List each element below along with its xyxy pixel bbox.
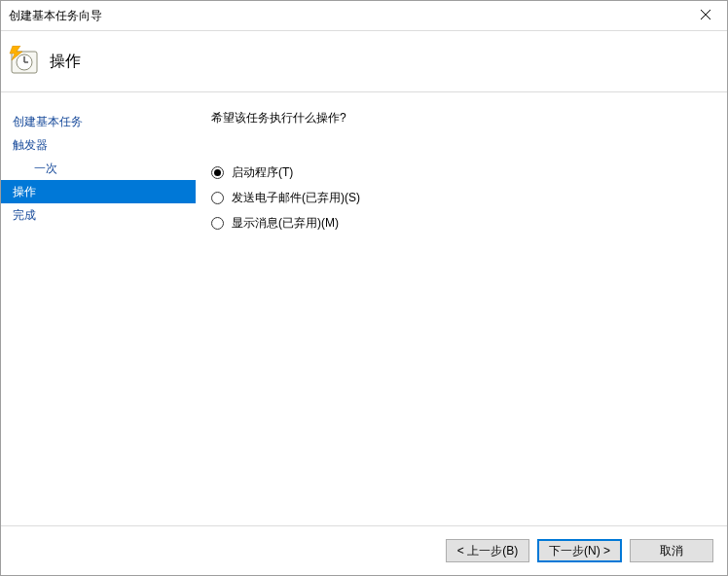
wizard-window: 创建基本任务向导 操作 创建基本任务 触发器 一次 操作 完成	[0, 0, 728, 576]
radio-label: 发送电子邮件(已弃用)(S)	[232, 190, 360, 206]
radio-icon	[211, 192, 224, 204]
sidebar-item-create-basic-task[interactable]: 创建基本任务	[1, 110, 196, 133]
radio-start-program[interactable]: 启动程序(T)	[211, 160, 711, 185]
wizard-body: 创建基本任务 触发器 一次 操作 完成 希望该任务执行什么操作? 启动程序(T)…	[1, 92, 727, 525]
sidebar-item-trigger[interactable]: 触发器	[1, 133, 196, 157]
sidebar-item-one-time[interactable]: 一次	[1, 157, 196, 180]
radio-icon	[211, 166, 224, 179]
action-prompt: 希望该任务执行什么操作?	[211, 110, 711, 126]
wizard-header: 操作	[1, 31, 727, 92]
back-button[interactable]: < 上一步(B)	[446, 539, 529, 562]
cancel-button[interactable]: 取消	[630, 539, 713, 562]
radio-label: 启动程序(T)	[232, 164, 293, 181]
wizard-footer: < 上一步(B) 下一步(N) > 取消	[1, 525, 727, 575]
wizard-steps-sidebar: 创建基本任务 触发器 一次 操作 完成	[1, 92, 196, 525]
titlebar: 创建基本任务向导	[1, 1, 727, 31]
radio-send-email[interactable]: 发送电子邮件(已弃用)(S)	[211, 185, 711, 210]
wizard-step-title: 操作	[50, 52, 81, 72]
radio-label: 显示消息(已弃用)(M)	[232, 215, 339, 232]
radio-icon	[211, 217, 224, 230]
radio-display-message[interactable]: 显示消息(已弃用)(M)	[211, 210, 711, 235]
sidebar-item-action[interactable]: 操作	[1, 180, 196, 203]
close-icon	[701, 9, 710, 22]
window-title: 创建基本任务向导	[9, 8, 683, 24]
wizard-main-panel: 希望该任务执行什么操作? 启动程序(T) 发送电子邮件(已弃用)(S) 显示消息…	[196, 92, 727, 525]
close-button[interactable]	[683, 1, 727, 30]
sidebar-item-finish[interactable]: 完成	[1, 203, 196, 227]
next-button[interactable]: 下一步(N) >	[537, 539, 622, 562]
clock-task-icon	[9, 46, 40, 77]
